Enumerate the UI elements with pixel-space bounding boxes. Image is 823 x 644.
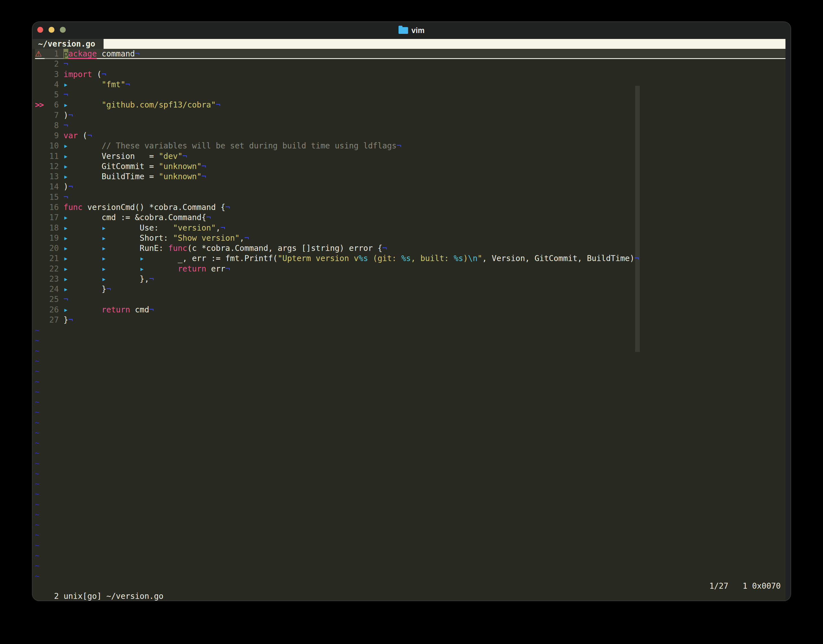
code-line[interactable]: 25 ¬ [35,294,786,305]
tab-indent-marker: ▸ [63,223,102,233]
tab-indent-marker: ▸ [63,253,102,264]
eol-marker: ¬ [63,59,68,69]
editor-area[interactable]: ⚠1 package command¬2 ¬3 import (¬4 ▸"fmt… [35,49,786,601]
code-line[interactable]: 19 ▸▸Short: "Show version",¬ [35,233,786,243]
line-number: 22 [44,264,59,274]
window-title-group: vim [32,22,791,39]
eol-marker: ¬ [68,182,73,191]
statusline-left: 2 unix[go] ~/version.go [54,592,163,601]
eol-marker: ¬ [382,244,387,253]
line-number: 12 [44,161,59,172]
code-line[interactable]: 8 ¬ [35,121,786,131]
tilde-line: ~ [35,335,786,345]
tilde-line: ~ [35,540,786,550]
code-line[interactable]: 11 ▸Version = "dev"¬ [35,151,786,161]
eol-marker: ¬ [202,162,206,171]
code-line[interactable]: 7 )¬ [35,110,786,121]
line-number: 15 [44,192,59,202]
line-number: 27 [44,315,59,325]
eol-marker: ¬ [221,223,225,233]
tab-indent-marker: ▸ [102,264,140,274]
eol-marker: ¬ [87,131,92,140]
eol-marker: ¬ [63,121,68,130]
buffer-rows: ⚠1 package command¬2 ¬3 import (¬4 ▸"fmt… [35,49,786,581]
line-number: 4 [44,80,59,90]
line-number: 5 [44,90,59,100]
tilde-line: ~ [35,509,786,520]
code-line[interactable]: 15 ¬ [35,192,786,202]
eol-marker: ¬ [149,305,154,314]
eol-marker: ¬ [182,152,187,161]
code-line[interactable]: 16 func versionCmd() *cobra.Command {¬ [35,202,786,213]
code-line[interactable]: 21 ▸▸▸_, err := fmt.Printf("Upterm versi… [35,253,786,264]
eol-marker: ¬ [106,284,111,294]
tilde-line: ~ [35,397,786,407]
tab-indent-marker: ▸ [140,253,178,264]
sign-column: ⚠ [35,49,44,59]
code-line[interactable]: 10 ▸// These variables will be set durin… [35,141,786,151]
code-line[interactable]: 17 ▸cmd := &cobra.Command{¬ [35,213,786,223]
line-number: 24 [44,284,59,294]
code-line[interactable]: 5 ¬ [35,90,786,100]
line-number: 10 [44,141,59,151]
tilde-line: ~ [35,417,786,428]
tab-indent-marker: ▸ [63,213,102,223]
eol-marker: ¬ [225,202,230,212]
line-number: 23 [44,274,59,284]
sign-column: >> [35,100,44,110]
window-title: vim [412,26,425,35]
code-line[interactable]: 12 ▸GitCommit = "unknown"¬ [35,161,786,172]
tilde-line: ~ [35,366,786,376]
code-line[interactable]: 18 ▸▸Use: "version",¬ [35,223,786,233]
eol-marker: ¬ [125,80,130,89]
code-line[interactable]: 9 var (¬ [35,131,786,141]
tilde-line: ~ [35,428,786,438]
line-number: 9 [44,131,59,141]
code-line[interactable]: 3 import (¬ [35,69,786,80]
code-line[interactable]: 23 ▸▸},¬ [35,274,786,284]
eol-marker: ¬ [225,264,230,273]
line-number: 7 [44,110,59,121]
tab-indent-marker: ▸ [63,243,102,253]
tilde-line: ~ [35,520,786,530]
tilde-line: ~ [35,346,786,356]
eol-marker: ¬ [634,254,639,263]
eol-marker: ¬ [216,100,221,109]
folder-icon [398,27,408,34]
cursor: p [63,49,68,59]
eol-marker: ¬ [149,274,154,284]
tab-indent-marker: ▸ [63,80,102,90]
code-line[interactable]: 22 ▸▸▸return err¬ [35,264,786,274]
tab-indent-marker: ▸ [63,233,102,243]
code-line[interactable]: 2 ¬ [35,59,786,69]
terminal-right-padding [785,39,791,601]
code-line[interactable]: 24 ▸}¬ [35,284,786,294]
tilde-line: ~ [35,325,786,335]
tilde-line: ~ [35,407,786,417]
line-number: 25 [44,294,59,305]
code-line[interactable]: 14 )¬ [35,182,786,192]
titlebar: vim [32,22,791,39]
tilde-line: ~ [35,530,786,540]
tab-indent-marker: ▸ [63,305,102,315]
code-line[interactable]: 20 ▸▸RunE: func(c *cobra.Command, args [… [35,243,786,253]
tilde-line: ~ [35,468,786,478]
code-line[interactable]: 4 ▸"fmt"¬ [35,80,786,90]
eol-marker: ¬ [244,233,249,243]
tab-version-go[interactable]: ~/version.go [32,39,104,49]
code-line[interactable]: 27 }¬ [35,315,786,325]
code-line[interactable]: 26 ▸return cmd¬ [35,305,786,315]
code-line[interactable]: ⚠1 package command¬ [35,49,786,59]
code-line[interactable]: 13 ▸BuildTime = "unknown"¬ [35,172,786,182]
tab-indent-marker: ▸ [63,274,102,284]
tilde-line: ~ [35,376,786,386]
tilde-line: ~ [35,386,786,397]
tab-indent-marker: ▸ [140,264,178,274]
eol-marker: ¬ [63,90,68,99]
eol-marker: ¬ [102,70,106,79]
eol-marker: ¬ [202,172,206,181]
tilde-line: ~ [35,478,786,489]
eol-marker: ¬ [68,110,73,120]
tab-indent-marker: ▸ [102,233,140,243]
code-line[interactable]: >>6 ▸"github.com/spf13/cobra"¬ [35,100,786,110]
